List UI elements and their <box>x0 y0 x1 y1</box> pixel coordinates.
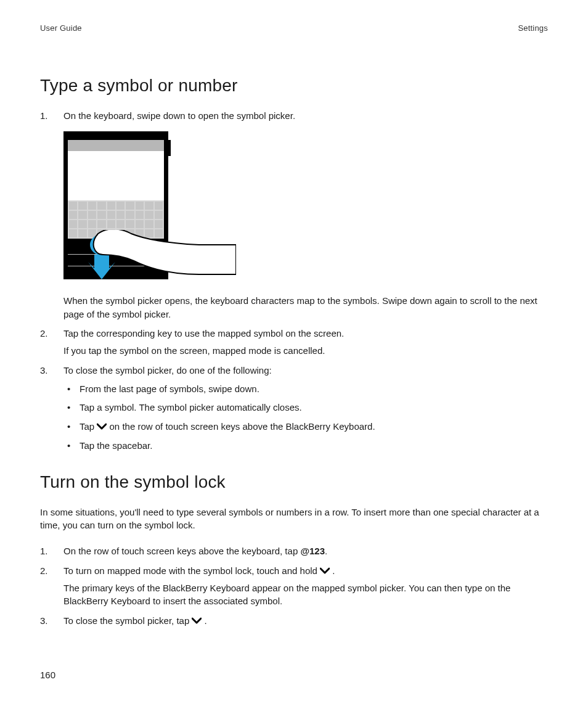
s2-step1-pre: On the row of touch screen keys above th… <box>63 546 300 556</box>
section2-step-2: To turn on mapped mode with the symbol l… <box>40 564 548 608</box>
s2-step1-post: . <box>325 546 327 556</box>
page-header: User Guide Settings <box>40 23 548 33</box>
step1-after-text: When the symbol picker opens, the keyboa… <box>63 294 548 321</box>
section1-title: Type a symbol or number <box>40 76 548 96</box>
bullet-1: From the last page of symbols, swipe dow… <box>63 382 548 396</box>
bullet-3-pre: Tap <box>80 421 97 432</box>
step1-text: On the keyboard, swipe down to open the … <box>63 109 548 123</box>
step2-text-a: Tap the corresponding key to use the map… <box>63 327 548 340</box>
section1-step-1: On the keyboard, swipe down to open the … <box>40 109 548 321</box>
s2-step2-line2: The primary keys of the BlackBerry Keybo… <box>63 581 548 609</box>
step3-text: To close the symbol picker, do one of th… <box>63 364 548 377</box>
s2-step2-pre: To turn on mapped mode with the symbol l… <box>63 565 320 576</box>
bullet-3-post: on the row of touch screen keys above th… <box>110 421 375 432</box>
chevron-down-icon <box>97 423 107 430</box>
section2-title: Turn on the symbol lock <box>40 472 548 492</box>
section1-steps: On the keyboard, swipe down to open the … <box>40 109 548 453</box>
s2-step1-bold: @123 <box>300 546 325 556</box>
chevron-down-icon <box>192 617 202 625</box>
s2-step2-post: . <box>332 565 335 576</box>
section2-steps: On the row of touch screen keys above th… <box>40 544 548 628</box>
section2-step-1: On the row of touch screen keys above th… <box>40 544 548 558</box>
section1-step-3: To close the symbol picker, do one of th… <box>40 364 548 453</box>
bullet-3: Tap on the row of touch screen keys abov… <box>63 420 548 433</box>
header-left: User Guide <box>40 23 82 33</box>
bullet-2: Tap a symbol. The symbol picker automati… <box>63 401 548 414</box>
page-number: 160 <box>40 670 55 680</box>
section2-intro: In some situations, you'll need to type … <box>40 506 548 533</box>
s2-step2-line1: To turn on mapped mode with the symbol l… <box>63 564 548 578</box>
section1-bullets: From the last page of symbols, swipe dow… <box>63 382 548 453</box>
step2-text-b: If you tap the symbol on the screen, map… <box>63 344 548 358</box>
phone-illustration <box>63 131 548 284</box>
s2-step3-pre: To close the symbol picker, tap <box>63 615 192 626</box>
chevron-down-icon <box>320 567 330 575</box>
section2-step-3: To close the symbol picker, tap . <box>40 614 548 628</box>
bullet-4: Tap the spacebar. <box>63 439 548 453</box>
header-right: Settings <box>518 23 548 33</box>
s2-step3-post: . <box>205 615 207 626</box>
section1-step-2: Tap the corresponding key to use the map… <box>40 327 548 358</box>
